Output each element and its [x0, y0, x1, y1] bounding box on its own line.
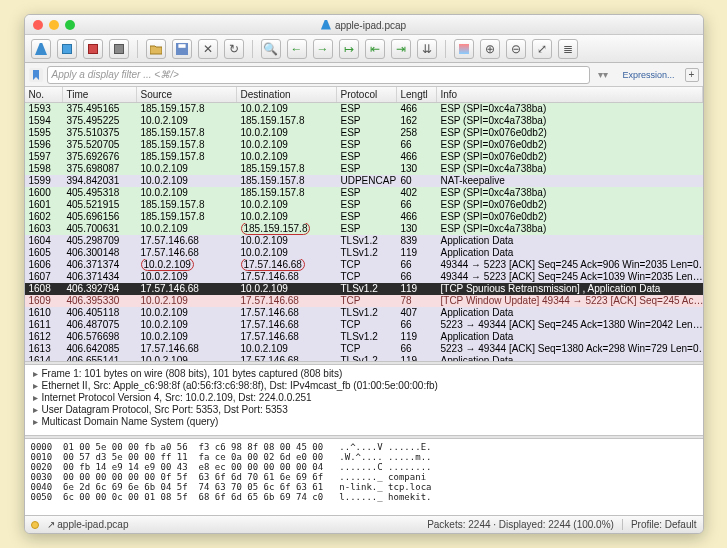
table-row[interactable]: 1596375.520705185.159.157.810.0.2.109ESP…: [25, 139, 703, 151]
minimize-icon[interactable]: [49, 20, 59, 30]
tree-item[interactable]: ▸Ethernet II, Src: Apple_c6:98:8f (a0:56…: [33, 380, 695, 392]
table-row[interactable]: 1613406.64208517.57.146.6810.0.2.109TCP6…: [25, 343, 703, 355]
table-row[interactable]: 1602405.696156185.159.157.810.0.2.109ESP…: [25, 211, 703, 223]
column-headers[interactable]: No. Time Source Destination Protocol Len…: [25, 87, 703, 103]
toolbar: ✕ ↻ 🔍 ← → ↦ ⇤ ⇥ ⇊ ⊕ ⊖ ⤢ ≣: [25, 35, 703, 63]
jumpto-button[interactable]: ↦: [339, 39, 359, 59]
prev-button[interactable]: ←: [287, 39, 307, 59]
col-destination: Destination: [237, 87, 337, 102]
svg-rect-1: [178, 44, 185, 48]
col-info: Info: [437, 87, 703, 102]
app-window: apple-ipad.pcap ✕ ↻ 🔍 ← → ↦ ⇤ ⇥ ⇊ ⊕ ⊖ ⤢ …: [24, 14, 704, 534]
filter-dropdown-icon[interactable]: ▾▾: [594, 69, 612, 80]
first-button[interactable]: ⇤: [365, 39, 385, 59]
zoom-out-button[interactable]: ⊖: [506, 39, 526, 59]
close-icon[interactable]: [33, 20, 43, 30]
zoom-in-button[interactable]: ⊕: [480, 39, 500, 59]
packet-list-pane: No. Time Source Destination Protocol Len…: [25, 87, 703, 361]
table-row[interactable]: 1609406.39533010.0.2.10917.57.146.68TCP7…: [25, 295, 703, 307]
traffic-lights: [33, 20, 75, 30]
table-row[interactable]: 1600405.49531810.0.2.109185.159.157.8ESP…: [25, 187, 703, 199]
filter-bookmark-icon[interactable]: [29, 68, 43, 82]
packet-bytes-pane[interactable]: 0000 01 00 5e 00 00 fb a0 56 f3 c6 98 8f…: [25, 439, 703, 515]
col-time: Time: [63, 87, 137, 102]
colorize-button[interactable]: [454, 39, 474, 59]
titlebar[interactable]: apple-ipad.pcap: [25, 15, 703, 35]
wireshark-icon: [321, 20, 331, 30]
table-row[interactable]: 1603405.70063110.0.2.109185.159.157.8ESP…: [25, 223, 703, 235]
table-row[interactable]: 1608406.39279417.57.146.6810.0.2.109TLSv…: [25, 283, 703, 295]
zoom-icon[interactable]: [65, 20, 75, 30]
table-row[interactable]: 1594375.49522510.0.2.109185.159.157.8ESP…: [25, 115, 703, 127]
table-row[interactable]: 1610406.40511810.0.2.10917.57.146.68TLSv…: [25, 307, 703, 319]
tree-item[interactable]: ▸Multicast Domain Name System (query): [33, 416, 695, 428]
next-button[interactable]: →: [313, 39, 333, 59]
col-length: Lengtl: [397, 87, 437, 102]
stopcap-button[interactable]: [57, 39, 77, 59]
table-row[interactable]: 1597375.692676185.159.157.810.0.2.109ESP…: [25, 151, 703, 163]
reload-button[interactable]: ↻: [224, 39, 244, 59]
tree-item[interactable]: ▸Frame 1: 101 bytes on wire (808 bits), …: [33, 368, 695, 380]
tree-item[interactable]: ▸Internet Protocol Version 4, Src: 10.0.…: [33, 392, 695, 404]
display-filter-input[interactable]: Apply a display filter ... <⌘/>: [47, 66, 591, 84]
open-button[interactable]: [146, 39, 166, 59]
resize-cols-button[interactable]: ≣: [558, 39, 578, 59]
capture-file-label: ↗ apple-ipad.pcap: [47, 519, 129, 530]
profile-label[interactable]: Profile: Default: [622, 519, 697, 530]
table-row[interactable]: 1612406.57669810.0.2.10917.57.146.68TLSv…: [25, 331, 703, 343]
table-row[interactable]: 1595375.510375185.159.157.810.0.2.109ESP…: [25, 127, 703, 139]
find-button[interactable]: 🔍: [261, 39, 281, 59]
packet-rows[interactable]: 1593375.495165185.159.157.810.0.2.109ESP…: [25, 103, 703, 361]
filter-bar: Apply a display filter ... <⌘/> ▾▾ Expre…: [25, 63, 703, 87]
table-row[interactable]: 1605406.30014817.57.146.6810.0.2.109TLSv…: [25, 247, 703, 259]
window-title: apple-ipad.pcap: [25, 19, 703, 31]
col-protocol: Protocol: [337, 87, 397, 102]
zoom-reset-button[interactable]: ⤢: [532, 39, 552, 59]
table-row[interactable]: 1607406.37143410.0.2.10917.57.146.68TCP6…: [25, 271, 703, 283]
table-row[interactable]: 1606406.37137410.0.2.10917.57.146.68TCP6…: [25, 259, 703, 271]
packet-details-pane[interactable]: ▸Frame 1: 101 bytes on wire (808 bits), …: [25, 365, 703, 435]
table-row[interactable]: 1611406.48707510.0.2.10917.57.146.68TCP6…: [25, 319, 703, 331]
table-row[interactable]: 1598375.69808710.0.2.109185.159.157.8ESP…: [25, 163, 703, 175]
tree-item[interactable]: ▸User Datagram Protocol, Src Port: 5353,…: [33, 404, 695, 416]
last-button[interactable]: ⇥: [391, 39, 411, 59]
table-row[interactable]: 1593375.495165185.159.157.810.0.2.109ESP…: [25, 103, 703, 115]
restartcap-button[interactable]: [83, 39, 103, 59]
table-row[interactable]: 1604405.29870917.57.146.6810.0.2.109TLSv…: [25, 235, 703, 247]
add-filter-button[interactable]: +: [685, 68, 699, 82]
packet-count-label: Packets: 2244 · Displayed: 2244 (100.0%): [427, 519, 614, 530]
expression-button[interactable]: Expression...: [616, 68, 680, 82]
autoscroll-button[interactable]: ⇊: [417, 39, 437, 59]
table-row[interactable]: 1601405.521915185.159.157.810.0.2.109ESP…: [25, 199, 703, 211]
startcap-button[interactable]: [31, 39, 51, 59]
capopts-button[interactable]: [109, 39, 129, 59]
save-button[interactable]: [172, 39, 192, 59]
table-row[interactable]: 1599394.84203110.0.2.109185.159.157.8UDP…: [25, 175, 703, 187]
col-source: Source: [137, 87, 237, 102]
status-bar: ↗ apple-ipad.pcap Packets: 2244 · Displa…: [25, 515, 703, 533]
close-file-button[interactable]: ✕: [198, 39, 218, 59]
expert-info-icon[interactable]: [31, 521, 39, 529]
col-no: No.: [25, 87, 63, 102]
